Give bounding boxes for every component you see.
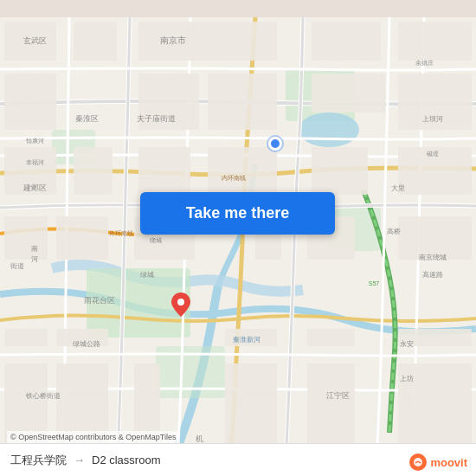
svg-text:S57: S57 [369, 280, 380, 286]
attribution-text: © OpenStreetMap contributors & OpenMapTi… [7, 431, 179, 443]
svg-rect-8 [74, 22, 117, 61]
svg-text:绿城: 绿城 [140, 271, 154, 279]
destination-marker [171, 293, 190, 317]
svg-text:高桥: 高桥 [387, 228, 401, 235]
svg-text:绿城公路: 绿城公路 [73, 340, 100, 348]
svg-rect-24 [56, 216, 108, 260]
svg-text:绕城: 绕城 [150, 237, 162, 243]
svg-text:秦淮新河: 秦淮新河 [233, 336, 261, 344]
svg-rect-14 [398, 22, 472, 61]
svg-text:永安: 永安 [400, 340, 414, 348]
svg-text:余姚庄: 余姚庄 [415, 60, 434, 67]
svg-text:上坊: 上坊 [400, 375, 414, 383]
svg-text:高速路: 高速路 [422, 271, 443, 279]
take-me-there-button[interactable]: Take me there [140, 192, 335, 235]
svg-rect-21 [312, 147, 368, 195]
svg-rect-13 [312, 22, 381, 61]
attribution-bar: © OpenStreetMap contributors & OpenMapTi… [0, 431, 476, 443]
svg-text:外环南线: 外环南线 [109, 230, 133, 236]
to-location: D2 classroom [92, 453, 160, 466]
svg-rect-20 [208, 147, 277, 195]
moovit-text: moovit [430, 456, 467, 469]
origin-marker [268, 137, 282, 151]
svg-rect-19 [138, 147, 190, 195]
map-background: 玄武区 南京市 秦淮区 夫子庙街道 建邺区 南 河 雨花台区 铁心桥街道 绿城公… [0, 0, 476, 476]
svg-point-6 [299, 113, 359, 147]
button-label: Take me there [186, 204, 290, 222]
svg-text:建邺区: 建邺区 [23, 183, 47, 192]
svg-text:铁心桥街道: 铁心桥街道 [25, 392, 61, 400]
svg-text:雨花台区: 雨花台区 [84, 296, 115, 305]
svg-rect-12 [208, 74, 277, 130]
svg-text:内环南线: 内环南线 [222, 175, 246, 181]
map-container: 玄武区 南京市 秦淮区 夫子庙街道 建邺区 南 河 雨花台区 铁心桥街道 绿城公… [0, 0, 476, 476]
moovit-icon [409, 453, 427, 471]
svg-rect-10 [138, 22, 277, 61]
svg-rect-18 [74, 147, 113, 195]
svg-text:河: 河 [31, 255, 38, 263]
svg-text:南京市: 南京市 [160, 35, 186, 45]
svg-text:玄武区: 玄武区 [23, 36, 47, 45]
svg-rect-29 [4, 329, 48, 346]
svg-text:江宁区: 江宁区 [326, 391, 350, 400]
from-location: 工程兵学院 [10, 453, 67, 468]
svg-text:怡康河: 怡康河 [25, 138, 44, 144]
svg-text:上坝河: 上坝河 [422, 115, 443, 123]
arrow-icon: → [74, 453, 85, 466]
svg-rect-23 [4, 216, 48, 260]
svg-rect-32 [307, 329, 355, 346]
svg-text:磁堤: 磁堤 [426, 151, 439, 158]
svg-text:大里: 大里 [391, 184, 405, 192]
svg-text:街道: 街道 [10, 262, 24, 270]
svg-text:南京绕城: 南京绕城 [419, 254, 447, 261]
svg-text:幸福河: 幸福河 [26, 159, 44, 165]
svg-text:夫子庙街道: 夫子庙街道 [137, 114, 176, 123]
svg-text:南: 南 [31, 245, 38, 253]
svg-rect-16 [312, 74, 385, 113]
moovit-logo: moovit [409, 453, 467, 471]
svg-point-70 [177, 299, 184, 306]
svg-text:秦淮区: 秦淮区 [75, 114, 99, 123]
svg-rect-9 [4, 74, 56, 130]
footer-bar: 工程兵学院 → D2 classroom moovit [0, 443, 476, 476]
